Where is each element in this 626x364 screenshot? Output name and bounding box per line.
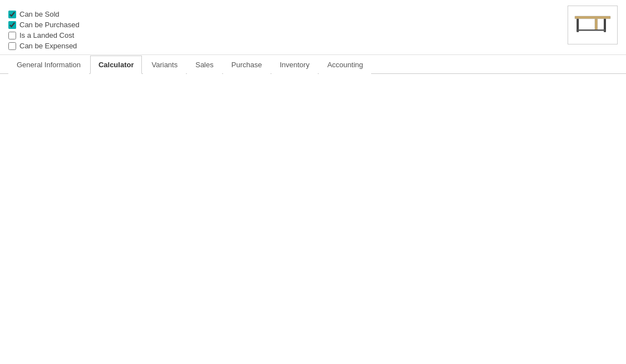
checkbox-can-be-expensed[interactable]	[8, 42, 16, 50]
tab-purchase[interactable]: Purchase	[223, 56, 270, 74]
checkbox-label-can-be-purchased: Can be Purchased	[19, 21, 80, 29]
checkbox-can-be-purchased[interactable]	[8, 21, 16, 29]
tab-inventory[interactable]: Inventory	[272, 56, 318, 74]
checkbox-label-is-a-landed-cost: Is a Landed Cost	[19, 31, 74, 39]
checkbox-label-can-be-expensed: Can be Expensed	[19, 42, 77, 50]
tab-general-information[interactable]: General Information	[8, 56, 89, 74]
tab-calculator[interactable]: Calculator	[90, 56, 142, 74]
tab-variants[interactable]: Variants	[143, 56, 186, 74]
checkbox-row-can-be-expensed: Can be Expensed	[8, 42, 80, 50]
checkbox-is-a-landed-cost[interactable]	[8, 32, 16, 39]
header-bar: Can be SoldCan be PurchasedIs a Landed C…	[0, 0, 626, 55]
svg-rect-4	[576, 29, 606, 31]
checkbox-row-can-be-purchased: Can be Purchased	[8, 21, 80, 29]
checkbox-row-can-be-sold: Can be Sold	[8, 10, 80, 18]
svg-rect-0	[575, 16, 610, 19]
checkbox-label-can-be-sold: Can be Sold	[19, 10, 60, 18]
svg-rect-1	[595, 19, 598, 30]
tab-accounting[interactable]: Accounting	[319, 56, 371, 74]
checkboxes: Can be SoldCan be PurchasedIs a Landed C…	[8, 10, 80, 50]
tab-sales[interactable]: Sales	[187, 56, 222, 74]
product-image	[568, 6, 618, 44]
header-left: Can be SoldCan be PurchasedIs a Landed C…	[8, 6, 80, 50]
checkbox-can-be-sold[interactable]	[8, 11, 16, 18]
tabs: General InformationCalculatorVariantsSal…	[0, 55, 626, 74]
checkbox-row-is-a-landed-cost: Is a Landed Cost	[8, 31, 80, 39]
